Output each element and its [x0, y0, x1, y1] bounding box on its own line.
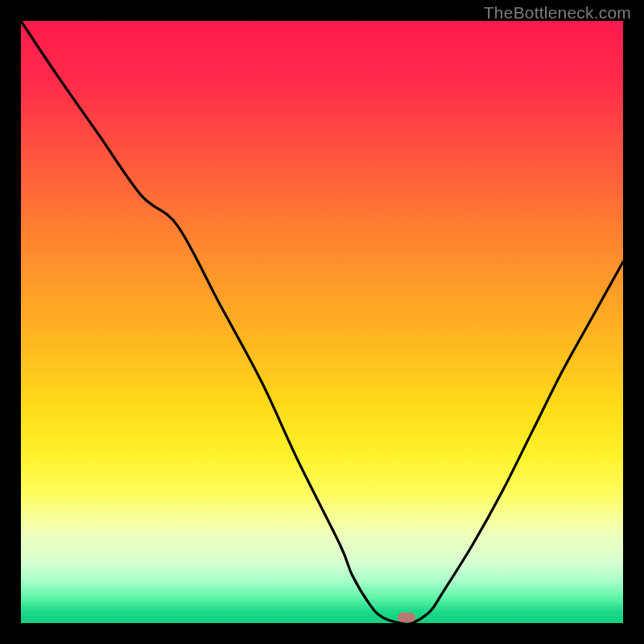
- watermark-text: TheBottleneck.com: [484, 3, 631, 23]
- bottleneck-curve: [21, 21, 623, 623]
- optimum-marker: [398, 613, 415, 622]
- plot-area: [21, 21, 623, 623]
- chart-container: TheBottleneck.com: [0, 0, 644, 644]
